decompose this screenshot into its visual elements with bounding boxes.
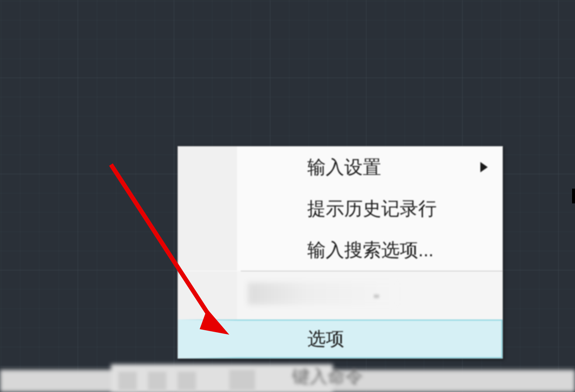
menu-item-label: 输入设置 xyxy=(307,155,480,180)
toolbar-icon[interactable] xyxy=(148,372,166,390)
menu-item-label: 提示历史记录行 xyxy=(307,196,488,221)
menu-item-history-lines[interactable]: 提示历史记录行 xyxy=(178,188,503,229)
toolbar-icon[interactable] xyxy=(118,372,137,390)
toolbar-icon[interactable] xyxy=(229,370,255,390)
toolbar-icon[interactable] xyxy=(177,372,196,390)
menu-item-options[interactable]: 选项 xyxy=(178,320,503,358)
menu-item-search-options[interactable]: 输入搜索选项... xyxy=(178,229,503,271)
quote-mark: " xyxy=(374,292,379,308)
menu-item-label: 输入搜索选项... xyxy=(307,238,488,263)
menu-item-label: 选项 xyxy=(307,327,344,351)
menu-item-obscured[interactable]: " xyxy=(178,271,503,320)
submenu-arrow-icon xyxy=(480,162,488,172)
edge-marker xyxy=(572,189,575,203)
context-menu: 输入设置 提示历史记录行 输入搜索选项... " 选项 xyxy=(177,146,503,359)
command-hint: 键入命令 xyxy=(292,365,363,388)
menu-item-input-settings[interactable]: 输入设置 xyxy=(178,146,503,188)
